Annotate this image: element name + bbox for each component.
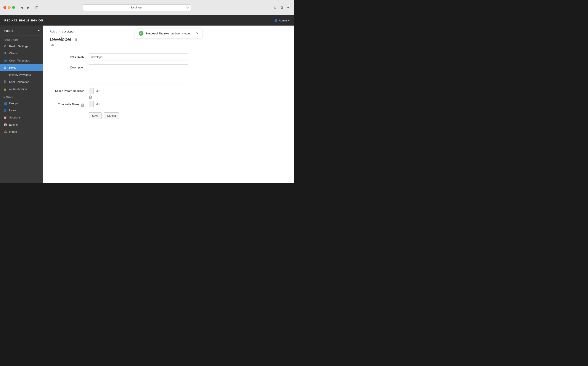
- composite-roles-help-icon[interactable]: ?: [81, 104, 84, 107]
- page-content: Roles » developer Developer 🗑 role Role …: [43, 26, 294, 128]
- close-window-button[interactable]: [3, 6, 6, 9]
- sidebar-item-label: Clients: [9, 52, 18, 55]
- page-title: Developer: [50, 37, 71, 42]
- success-message: Success! The role has been created.: [146, 32, 192, 35]
- breadcrumb-current: developer: [62, 30, 74, 33]
- description-group: Description: [50, 64, 223, 84]
- composite-roles-toggle-row: OFF: [89, 101, 103, 107]
- url-text: localhost: [131, 6, 142, 9]
- address-bar[interactable]: localhost ↻: [83, 4, 191, 11]
- sidebar-item-users[interactable]: 👤 Users: [0, 107, 43, 114]
- sidebar-item-label: Client Templates: [9, 59, 30, 62]
- brand-label: RED HAT SINGLE SIGN-ON: [4, 19, 43, 22]
- reload-button[interactable]: ↻: [186, 6, 189, 9]
- sidebar-item-label: Authentication: [9, 87, 27, 91]
- composite-roles-toggle[interactable]: OFF: [89, 101, 103, 107]
- traffic-lights: [3, 6, 15, 9]
- gear-icon: ⚙: [3, 45, 7, 48]
- sidebar-item-identity-providers[interactable]: ↔ Identity Providers: [0, 71, 43, 78]
- role-name-label: Role Name: [50, 53, 89, 58]
- tab-button[interactable]: ⧉: [279, 5, 284, 10]
- user-menu[interactable]: 👤 Admin ▾: [274, 19, 290, 22]
- sidebar-item-clients[interactable]: 🖥 Clients: [0, 50, 43, 57]
- realm-selector[interactable]: Master ▾: [0, 26, 43, 36]
- realm-name: Master: [3, 29, 13, 32]
- events-icon: 📅: [3, 123, 7, 126]
- close-banner-button[interactable]: ✕: [196, 32, 198, 35]
- back-button[interactable]: ◀: [19, 5, 24, 10]
- maximize-window-button[interactable]: [12, 6, 15, 9]
- manage-section-label: Manage: [0, 93, 43, 100]
- success-banner: ✓ Success! The role has been created. ✕: [135, 29, 203, 38]
- composite-roles-label: Composite Roles ?: [50, 101, 89, 107]
- browser-actions: ⎋ ⧉ +: [273, 5, 291, 10]
- clients-icon: 🖥: [3, 52, 7, 55]
- toggle-switch-indicator: [89, 101, 94, 107]
- user-federation-icon: 🗄: [3, 80, 7, 84]
- user-chevron-icon: ▾: [288, 19, 290, 22]
- scope-param-toggle-row: OFF: [89, 88, 103, 94]
- authentication-icon: 🔒: [3, 87, 7, 91]
- sidebar-item-sessions[interactable]: ⏰ Sessions: [0, 114, 43, 121]
- scope-param-content: OFF ?: [89, 88, 103, 99]
- scope-param-group: Scope Param Required OFF ?: [50, 88, 223, 99]
- browser-chrome: ◀ ▶ ⊡ localhost ↻ ⎋ ⧉ +: [0, 0, 294, 15]
- app-shell: RED HAT SINGLE SIGN-ON 👤 Admin ▾ Master …: [0, 15, 294, 183]
- toggle-off-text: OFF: [94, 88, 103, 94]
- sidebar-item-realm-settings[interactable]: ⚙ Realm Settings: [0, 43, 43, 50]
- configure-section-label: Configure: [0, 36, 43, 43]
- description-input[interactable]: [89, 64, 188, 84]
- share-button[interactable]: ⎋: [273, 5, 278, 10]
- groups-icon: 👥: [3, 102, 7, 105]
- toggle-switch-indicator: [89, 88, 94, 94]
- scope-param-toggle[interactable]: OFF: [89, 88, 103, 94]
- form-actions: Save Cancel: [89, 112, 287, 119]
- import-icon: 📥: [3, 130, 7, 133]
- scope-param-label: Scope Param Required: [50, 88, 89, 92]
- user-name: Admin: [279, 19, 287, 22]
- sidebar-item-events[interactable]: 📅 Events: [0, 121, 43, 128]
- sidebar-item-import[interactable]: 📥 Import: [0, 128, 43, 135]
- sidebar-item-label: User Federation: [9, 80, 29, 84]
- client-templates-icon: 👥: [3, 59, 7, 62]
- identity-providers-icon: ↔: [3, 73, 7, 76]
- minimize-window-button[interactable]: [8, 6, 11, 9]
- sidebar: Master ▾ Configure ⚙ Realm Settings 🖥 Cl…: [0, 26, 43, 183]
- role-name-input[interactable]: [89, 53, 188, 61]
- sessions-icon: ⏰: [3, 116, 7, 119]
- roles-icon: ☰: [3, 66, 7, 69]
- sidebar-item-label: Groups: [9, 102, 18, 105]
- sidebar-item-user-federation[interactable]: 🗄 User Federation: [0, 78, 43, 85]
- sidebar-item-label: Identity Providers: [9, 73, 31, 76]
- sidebar-item-label: Realm Settings: [9, 45, 28, 48]
- scope-param-help-icon[interactable]: ?: [89, 96, 92, 99]
- description-label: Description: [50, 64, 89, 69]
- nav-buttons: ◀ ▶: [19, 5, 31, 10]
- success-checkmark-icon: ✓: [139, 31, 143, 36]
- add-tab-button[interactable]: +: [286, 5, 291, 10]
- top-navbar: RED HAT SINGLE SIGN-ON 👤 Admin ▾: [0, 15, 294, 26]
- cancel-button[interactable]: Cancel: [104, 112, 119, 119]
- delete-role-button[interactable]: 🗑: [74, 37, 78, 42]
- save-button[interactable]: Save: [89, 112, 102, 119]
- sidebar-toggle-button[interactable]: ⊡: [34, 5, 40, 10]
- section-subtitle: role: [50, 43, 287, 49]
- sidebar-item-label: Import: [9, 130, 17, 133]
- sidebar-item-authentication[interactable]: 🔒 Authentication: [0, 85, 43, 93]
- sidebar-item-groups[interactable]: 👥 Groups: [0, 100, 43, 107]
- sidebar-item-client-templates[interactable]: 👥 Client Templates: [0, 57, 43, 64]
- main-layout: Master ▾ Configure ⚙ Realm Settings 🖥 Cl…: [0, 26, 294, 183]
- forward-button[interactable]: ▶: [26, 5, 31, 10]
- breadcrumb-roles-link[interactable]: Roles: [50, 30, 57, 33]
- composite-roles-group: Composite Roles ? OFF: [50, 101, 223, 107]
- content-area: ✓ Success! The role has been created. ✕ …: [43, 26, 294, 183]
- role-name-group: Role Name: [50, 53, 223, 61]
- sidebar-item-roles[interactable]: ☰ Roles: [0, 64, 43, 71]
- toggle-off-text: OFF: [94, 101, 103, 107]
- user-icon: 👤: [274, 19, 278, 22]
- composite-roles-content: OFF: [89, 101, 103, 107]
- sidebar-item-label: Roles: [9, 66, 16, 69]
- sidebar-item-label: Events: [9, 123, 18, 126]
- realm-chevron-icon: ▾: [38, 29, 40, 32]
- breadcrumb-separator: »: [59, 30, 60, 33]
